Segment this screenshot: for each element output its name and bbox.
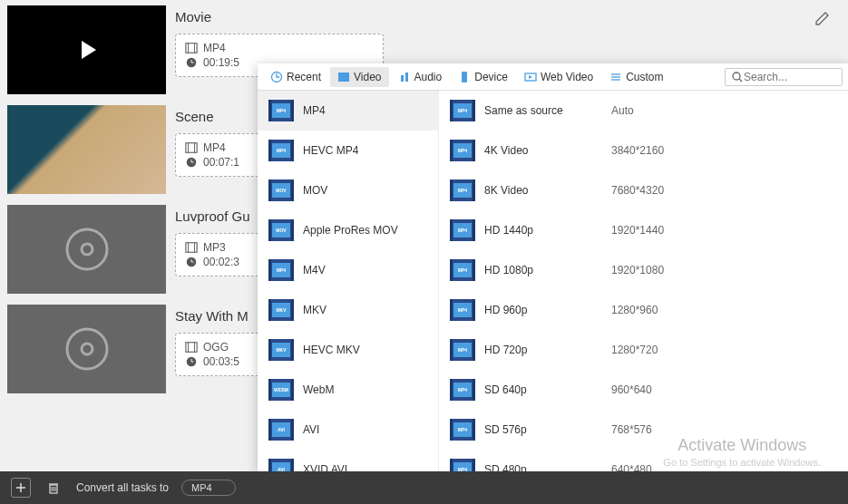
svg-rect-63 — [268, 259, 271, 281]
svg-rect-139 — [473, 459, 475, 471]
resolution-option[interactable]: MP4 SD 480p 640*480 — [439, 450, 848, 471]
svg-rect-33 — [462, 72, 467, 82]
audio-icon — [398, 71, 411, 83]
svg-rect-44 — [291, 100, 294, 121]
thumbnail-audio — [7, 205, 166, 294]
resolution-dimensions: 1280*960 — [611, 304, 658, 316]
tab-label: Custom — [626, 71, 663, 83]
resolution-option[interactable]: MP4 Same as source Auto — [439, 91, 848, 131]
svg-rect-59 — [291, 219, 294, 241]
resolution-label: SD 640p — [484, 383, 602, 396]
format-option[interactable]: AVI XVID AVI — [258, 450, 438, 471]
svg-rect-114 — [473, 259, 475, 281]
svg-rect-119 — [473, 299, 475, 321]
format-option[interactable]: MP4 MP4 — [258, 91, 438, 131]
svg-rect-53 — [268, 179, 271, 201]
format-list[interactable]: MP4 MP4 MP4 HEVC MP4 MOV MOV MOV Apple P… — [258, 91, 439, 471]
svg-rect-23 — [186, 343, 197, 353]
svg-text:MOV: MOV — [276, 228, 287, 233]
svg-rect-15 — [186, 243, 197, 253]
svg-marker-0 — [82, 41, 96, 59]
resolution-option[interactable]: MP4 SD 640p 960*640 — [439, 370, 848, 410]
convert-all-label: Convert all tasks to — [76, 481, 169, 494]
format-picker-panel: Recent Video Audio Device Web Video Cust… — [258, 63, 848, 471]
resolution-option[interactable]: MP4 HD 1080p 1920*1080 — [439, 250, 848, 290]
film-badge-icon: MP4 — [450, 299, 475, 321]
trash-icon — [46, 480, 61, 495]
resolution-dimensions: 1920*1080 — [611, 264, 664, 276]
tab-web-video[interactable]: Web Video — [517, 67, 600, 87]
tab-device[interactable]: Device — [451, 67, 515, 87]
format-tabs: Recent Video Audio Device Web Video Cust… — [258, 63, 848, 91]
format-label: MKV — [303, 304, 327, 316]
svg-text:MOV: MOV — [276, 188, 287, 193]
resolution-option[interactable]: MP4 SD 576p 768*576 — [439, 410, 848, 450]
resolution-option[interactable]: MP4 HD 720p 1280*720 — [439, 330, 848, 370]
search-icon — [731, 71, 744, 83]
svg-text:MP4: MP4 — [277, 267, 287, 273]
format-option[interactable]: MOV Apple ProRes MOV — [258, 210, 438, 250]
film-badge-icon: MP4 — [268, 259, 294, 281]
delete-button[interactable] — [44, 478, 63, 498]
tab-label: Recent — [287, 71, 321, 83]
resolution-dimensions: 1280*720 — [611, 344, 658, 356]
svg-text:WEBM: WEBM — [274, 387, 288, 393]
resolution-list[interactable]: MP4 Same as source Auto MP4 4K Video 384… — [439, 91, 848, 471]
media-format: OGG — [203, 341, 229, 354]
tab-recent[interactable]: Recent — [263, 67, 328, 87]
svg-rect-73 — [268, 339, 271, 361]
format-option[interactable]: MOV MOV — [258, 170, 438, 210]
add-button[interactable] — [11, 478, 31, 498]
svg-text:MP4: MP4 — [458, 108, 468, 113]
tab-video[interactable]: Video — [330, 67, 388, 87]
format-option[interactable]: MP4 M4V — [258, 250, 438, 290]
search-input[interactable] — [744, 71, 834, 83]
resolution-option[interactable]: MP4 HD 1440p 1920*1440 — [439, 210, 848, 250]
svg-text:AVI: AVI — [278, 427, 286, 432]
format-option[interactable]: WEBM WebM — [258, 370, 438, 410]
resolution-label: 4K Video — [484, 144, 602, 157]
format-option[interactable]: AVI AVI — [258, 410, 438, 450]
svg-rect-108 — [450, 219, 453, 241]
svg-rect-109 — [473, 219, 475, 241]
svg-point-14 — [82, 244, 93, 255]
search-box[interactable] — [725, 68, 843, 86]
tab-custom[interactable]: Custom — [602, 67, 670, 87]
clock-icon — [185, 256, 198, 268]
svg-text:MKV: MKV — [276, 307, 287, 313]
svg-rect-94 — [473, 100, 475, 121]
resolution-option[interactable]: MP4 8K Video 7680*4320 — [439, 170, 848, 210]
tab-label: Audio — [414, 71, 443, 83]
media-format: MP3 — [203, 241, 226, 254]
resolution-label: SD 576p — [484, 423, 602, 436]
svg-text:MP4: MP4 — [458, 188, 468, 193]
thumbnail-scene — [7, 105, 166, 194]
film-badge-icon: MKV — [268, 299, 294, 321]
svg-marker-35 — [529, 75, 532, 79]
tab-label: Video — [354, 71, 381, 83]
format-label: WebM — [303, 383, 334, 396]
film-badge-icon: MP4 — [450, 219, 475, 241]
edit-button[interactable] — [814, 9, 832, 27]
svg-rect-103 — [450, 179, 453, 201]
svg-rect-138 — [450, 459, 453, 471]
tab-audio[interactable]: Audio — [391, 67, 450, 87]
film-badge-icon: MP4 — [450, 459, 475, 471]
device-icon — [458, 71, 471, 83]
resolution-option[interactable]: MP4 4K Video 3840*2160 — [439, 131, 848, 170]
film-badge-icon: MP4 — [450, 339, 475, 361]
resolution-dimensions: 1920*1440 — [611, 224, 664, 237]
resolution-option[interactable]: MP4 HD 960p 1280*960 — [439, 290, 848, 330]
film-badge-icon: MP4 — [450, 179, 475, 201]
format-option[interactable]: MP4 HEVC MP4 — [258, 131, 438, 170]
svg-text:MP4: MP4 — [277, 108, 287, 113]
film-badge-icon: MP4 — [268, 100, 294, 121]
tab-label: Device — [474, 71, 508, 83]
format-option[interactable]: MKV MKV — [258, 290, 438, 330]
format-option[interactable]: MKV HEVC MKV — [258, 330, 438, 370]
svg-rect-93 — [450, 100, 453, 121]
svg-rect-129 — [473, 379, 475, 401]
film-badge-icon: MP4 — [450, 100, 475, 121]
convert-format-select[interactable]: MP4 — [181, 480, 236, 496]
resolution-dimensions: 7680*4320 — [611, 184, 664, 197]
